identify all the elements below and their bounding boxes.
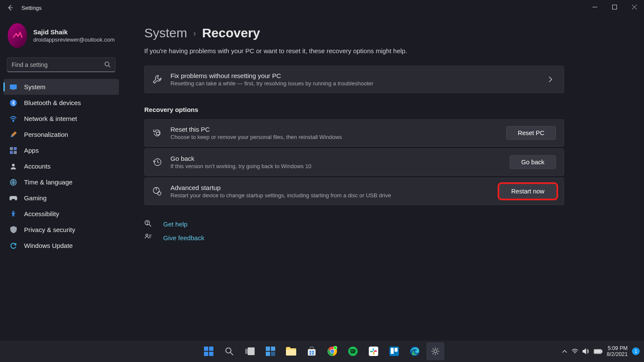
breadcrumb: System › Recovery (144, 26, 629, 40)
troubleshooter-card[interactable]: Fix problems without resetting your PC R… (144, 66, 564, 93)
chevron-up-icon (562, 350, 567, 353)
nav-label: System (24, 83, 46, 90)
maximize-icon (612, 5, 617, 9)
svg-rect-59 (601, 350, 602, 353)
minimize-button[interactable] (585, 0, 605, 14)
nav-label: Accounts (24, 163, 51, 170)
nav-windows-update[interactable]: Windows Update (3, 238, 119, 253)
nav-gaming[interactable]: Gaming (3, 190, 119, 206)
power-gear-icon (152, 187, 162, 196)
svg-point-9 (13, 121, 14, 122)
task-view[interactable] (241, 342, 259, 360)
user-name: Sajid Shaik (33, 28, 115, 36)
history-icon (152, 157, 162, 167)
slack-icon (369, 347, 378, 356)
nav-accessibility[interactable]: Accessibility (3, 206, 119, 222)
nav: System Bluetooth & devices Network & int… (0, 76, 122, 256)
start-button[interactable] (200, 342, 218, 360)
footer-links: Get help Give feedback (144, 217, 629, 244)
nav-apps[interactable]: Apps (3, 142, 119, 158)
give-feedback-link[interactable]: Give feedback (163, 234, 204, 241)
svg-rect-26 (204, 352, 208, 356)
svg-rect-58 (595, 350, 601, 353)
gamepad-icon (9, 194, 17, 202)
card-desc: Choose to keep or remove your personal f… (170, 134, 498, 140)
taskview-icon (245, 347, 255, 355)
nav-label: Network & internet (24, 115, 77, 122)
widgets[interactable] (261, 342, 279, 360)
section-heading: Recovery options (144, 106, 629, 113)
card-title: Fix problems without resetting your PC (170, 72, 540, 79)
battery-icon (594, 349, 602, 354)
restart-now-button[interactable]: Restart now (500, 184, 556, 198)
taskbar-search[interactable] (220, 342, 238, 360)
nav-personalization[interactable]: Personalization (3, 127, 119, 142)
trello-icon (389, 347, 399, 356)
nav-label: Time & language (24, 178, 73, 186)
person-icon (9, 163, 17, 170)
globe-clock-icon (9, 178, 17, 186)
wifi-icon (571, 349, 578, 354)
svg-point-22 (147, 224, 147, 224)
apps-icon (9, 147, 17, 154)
reset-pc-button[interactable]: Reset PC (506, 126, 556, 140)
accessibility-icon (9, 210, 17, 218)
nav-label: Windows Update (24, 242, 73, 249)
close-button[interactable] (624, 0, 644, 14)
display-icon (9, 83, 17, 91)
widgets-icon (266, 347, 275, 356)
search-box[interactable] (7, 57, 115, 72)
notifications-badge[interactable]: 1 (632, 347, 640, 355)
breadcrumb-root[interactable]: System (144, 26, 187, 40)
nav-label: Personalization (24, 131, 68, 138)
chrome-icon (327, 346, 337, 356)
page-title: Recovery (202, 26, 260, 40)
card-desc: If this version isn't working, try going… (170, 163, 501, 169)
store-icon (307, 347, 316, 356)
paint-icon (9, 131, 17, 139)
card-title: Reset this PC (170, 126, 498, 133)
search-icon (104, 61, 111, 68)
svg-point-45 (334, 346, 337, 350)
trello[interactable] (385, 342, 403, 360)
taskbar-center (200, 342, 444, 360)
back-button[interactable] (3, 1, 17, 15)
explorer[interactable] (282, 342, 300, 360)
svg-point-4 (105, 62, 109, 66)
svg-rect-11 (14, 147, 17, 150)
spotify[interactable] (344, 342, 362, 360)
titlebar: Settings (0, 0, 644, 15)
svg-rect-41 (312, 353, 314, 355)
edge[interactable] (406, 342, 424, 360)
nav-label: Accessibility (24, 210, 59, 217)
get-help-link[interactable]: Get help (163, 220, 188, 228)
svg-rect-50 (373, 352, 374, 355)
reset-icon (152, 128, 162, 138)
card-title: Advanced startup (170, 184, 491, 191)
nav-time-language[interactable]: Time & language (3, 174, 119, 190)
system-tray[interactable] (562, 348, 602, 354)
date: 8/2/2021 (607, 351, 628, 357)
go-back-button[interactable]: Go back (510, 155, 556, 169)
svg-rect-7 (12, 89, 15, 90)
svg-rect-39 (312, 351, 314, 353)
clock[interactable]: 5:09 PM 8/2/2021 (607, 345, 628, 358)
svg-point-23 (146, 234, 148, 236)
svg-rect-32 (266, 347, 270, 351)
store[interactable] (303, 342, 321, 360)
nav-system[interactable]: System (3, 79, 119, 95)
settings-app[interactable] (426, 342, 444, 360)
nav-bluetooth[interactable]: Bluetooth & devices (3, 95, 119, 111)
search-input[interactable] (12, 61, 100, 68)
arrow-left-icon (7, 4, 14, 11)
svg-rect-1 (612, 5, 617, 9)
chrome[interactable] (323, 342, 341, 360)
folder-icon (286, 347, 296, 356)
user-block[interactable]: Sajid Shaik droidappsreviewer@outlook.co… (0, 15, 122, 52)
maximize-button[interactable] (605, 0, 624, 14)
slack[interactable] (365, 342, 383, 360)
search-icon (225, 347, 234, 356)
nav-accounts[interactable]: Accounts (3, 158, 119, 174)
nav-privacy[interactable]: Privacy & security (3, 222, 119, 238)
nav-network[interactable]: Network & internet (3, 111, 119, 127)
